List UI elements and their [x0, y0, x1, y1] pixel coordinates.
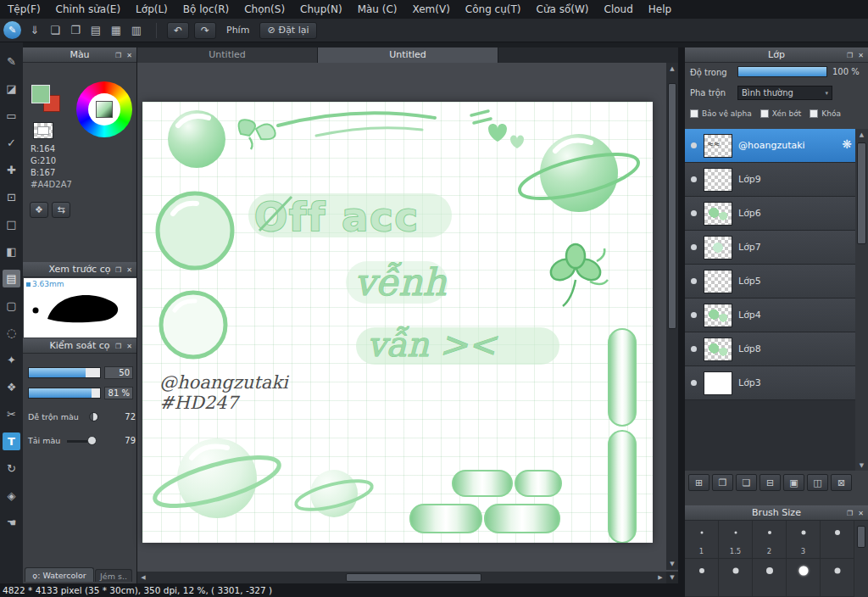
brush-opacity-slider[interactable] — [28, 388, 101, 399]
text-tool[interactable]: T — [3, 432, 20, 450]
fill-tool[interactable]: ◧ — [3, 243, 20, 260]
tab-brush-list[interactable]: Jém s.. — [95, 569, 132, 582]
panel-divider[interactable] — [678, 47, 685, 597]
color-wheel-square[interactable] — [96, 101, 113, 118]
document-tab-2[interactable]: Untitled — [318, 47, 498, 63]
layer-row[interactable]: Lớp5 — [685, 265, 855, 298]
gradient-tool[interactable]: ▤ — [3, 270, 20, 287]
blend-mode-select[interactable]: Bình thường ▾ — [737, 86, 832, 100]
transform-tool[interactable]: ⊡ — [3, 188, 20, 206]
snap-tool[interactable]: ✓ — [3, 134, 20, 152]
brush-size-cell[interactable]: 3 — [787, 521, 821, 559]
menu-window[interactable]: Cửa sổ(W) — [529, 0, 597, 19]
brush-size-value[interactable]: 50 — [104, 366, 133, 379]
active-brush-icon[interactable]: ✎ — [3, 21, 21, 39]
brush-size-cell[interactable] — [821, 521, 854, 559]
paste-layer-button[interactable]: ❏ — [736, 474, 757, 491]
chat-icon[interactable]: ❐ — [66, 21, 85, 40]
workspace[interactable]: Off acc vễnh vẫn >< @hoangzutaki — [137, 63, 678, 583]
scroll-up-icon[interactable]: ▲ — [666, 63, 678, 75]
foreground-color-swatch[interactable] — [31, 85, 50, 103]
color-mix-knob[interactable] — [89, 412, 98, 421]
menu-color[interactable]: Màu (C) — [350, 0, 405, 19]
brush-size-cell[interactable]: 1 — [685, 521, 719, 559]
drawing-canvas[interactable]: Off acc vễnh vẫn >< @hoangzutaki — [142, 102, 653, 543]
brush-size-cell[interactable]: 2 — [753, 521, 787, 559]
brush-size-cell[interactable] — [685, 559, 719, 597]
select-tool[interactable]: ▭ — [3, 107, 20, 125]
duplicate-layer-button[interactable]: ❐ — [712, 474, 733, 491]
layer-visibility-dot[interactable] — [691, 244, 697, 250]
brush-size-scrollbar[interactable] — [854, 521, 868, 597]
alpha-protect-checkbox[interactable] — [690, 109, 698, 118]
popout-icon[interactable]: ❐ — [114, 50, 123, 60]
menu-help[interactable]: Help — [641, 0, 679, 19]
brush-size-cell[interactable] — [787, 559, 821, 597]
lasso-tool[interactable]: ◌ — [3, 324, 20, 342]
rotate-tool[interactable]: ↻ — [3, 460, 20, 477]
document-icon[interactable]: ▤ — [86, 21, 105, 40]
menu-edit[interactable]: Chỉnh sửa(E) — [48, 0, 129, 19]
shape-brush-tool[interactable]: □ — [3, 215, 20, 233]
scroll-down-icon[interactable]: ▼ — [855, 460, 868, 471]
reset-button[interactable]: ⊘ Đặt lại — [259, 22, 316, 39]
layers-scrollbar[interactable]: ▲ ▼ — [855, 129, 868, 471]
folder-button[interactable]: ▣ — [783, 474, 804, 491]
vertical-scroll-thumb[interactable] — [668, 83, 676, 329]
brush-opacity-value[interactable]: 81 % — [104, 387, 133, 399]
lock-checkbox[interactable] — [810, 109, 818, 118]
layer-visibility-dot[interactable] — [691, 210, 697, 216]
layer-row[interactable]: Lớp6 — [685, 197, 855, 231]
menu-layer[interactable]: Lớp(L) — [128, 0, 175, 19]
comment-icon[interactable]: ❏ — [46, 21, 64, 40]
table-icon[interactable]: ▥ — [127, 21, 146, 40]
menu-select[interactable]: Chọn(S) — [236, 0, 292, 19]
close-icon[interactable]: ✕ — [856, 50, 865, 60]
scroll-down-icon[interactable]: ▼ — [666, 558, 678, 570]
popout-icon[interactable]: ❐ — [114, 265, 123, 275]
layer-visibility-dot[interactable] — [691, 278, 697, 284]
opacity-slider[interactable] — [737, 66, 827, 77]
save-icon[interactable]: ⇓ — [25, 21, 44, 40]
canvas-vertical-scrollbar[interactable]: ▲ ▼ — [666, 63, 678, 570]
pattern-tool[interactable]: ❖ — [3, 378, 20, 396]
close-icon[interactable]: ✕ — [856, 508, 865, 518]
scroll-left-icon[interactable]: ◀ — [137, 572, 149, 583]
delete-layer-button[interactable]: ⊠ — [831, 474, 852, 491]
move-tool[interactable]: ✚ — [3, 161, 20, 179]
magic-wand-tool[interactable]: ✦ — [3, 351, 20, 369]
add-layer-button[interactable]: ⊞ — [688, 474, 709, 491]
menu-file[interactable]: Tệp(F) — [0, 0, 48, 19]
popout-icon[interactable]: ❐ — [845, 50, 854, 60]
undo-button[interactable]: ↶ — [167, 22, 189, 39]
layer-visibility-dot[interactable] — [691, 142, 697, 148]
scroll-right-icon[interactable]: ▶ — [654, 572, 666, 583]
layer-row[interactable]: Lớp9 — [685, 163, 855, 197]
layer-row[interactable]: Lớp7 — [685, 231, 855, 265]
brush-size-cell[interactable] — [719, 559, 753, 597]
layers-scroll-thumb[interactable] — [857, 142, 866, 244]
tab-watercolor-brush[interactable]: ọ: Watercolor — [25, 567, 94, 582]
swap-colors-button[interactable]: ⇆ — [52, 202, 70, 218]
brush-size-slider[interactable] — [28, 367, 101, 378]
canvas-horizontal-scrollbar[interactable]: ◀ ▶ — [137, 572, 666, 583]
scroll-up-icon[interactable]: ▲ — [855, 129, 868, 140]
merge-layer-button[interactable]: ⊟ — [760, 474, 781, 491]
brush-size-cell[interactable]: 1.5 — [719, 521, 753, 559]
spread-icon[interactable]: ▦ — [107, 21, 125, 40]
layer-visibility-dot[interactable] — [691, 176, 697, 182]
horizontal-scroll-thumb[interactable] — [346, 573, 481, 582]
close-icon[interactable]: ✕ — [125, 50, 134, 60]
close-icon[interactable]: ✕ — [125, 341, 134, 351]
divide-tool[interactable]: ✂ — [3, 405, 20, 423]
transparent-color-swatch[interactable] — [33, 122, 53, 139]
pen-tool[interactable]: ✎ — [3, 53, 20, 70]
palette-button[interactable]: ❖ — [30, 202, 48, 218]
move-layer-button[interactable]: ◫ — [807, 474, 828, 491]
popout-icon[interactable]: ❐ — [845, 508, 854, 518]
keys-label[interactable]: Phím — [220, 25, 256, 36]
menu-view[interactable]: Xem(V) — [405, 0, 458, 19]
popout-icon[interactable]: ❐ — [114, 341, 123, 351]
brush-size-cell[interactable] — [753, 559, 787, 597]
layer-visibility-dot[interactable] — [691, 312, 697, 318]
